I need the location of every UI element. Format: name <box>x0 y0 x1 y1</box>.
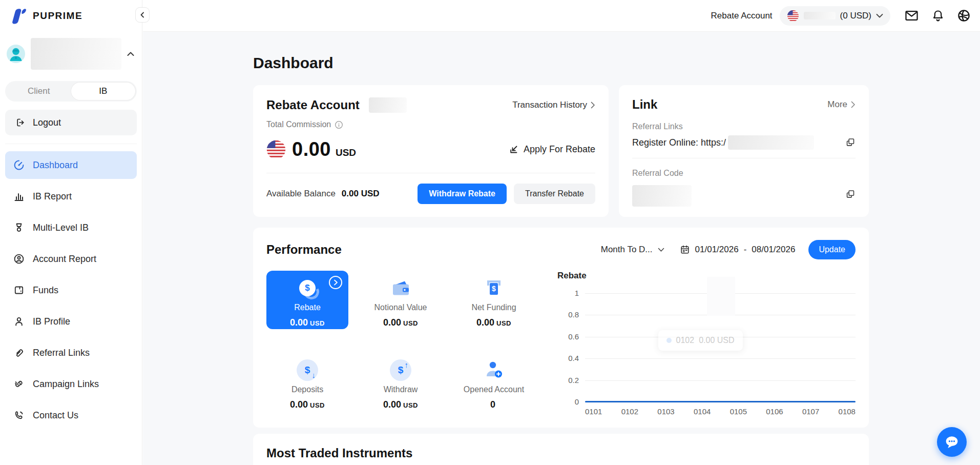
account-number-blurred <box>804 12 836 19</box>
sidebar-item-ib-report[interactable]: IB Report <box>5 183 137 210</box>
rebate-account-id-blurred <box>369 97 407 113</box>
withdraw-rebate-button[interactable]: Withdraw Rebate <box>418 184 507 204</box>
x-axis-labels: 0101 0102 0103 0104 0105 0106 0107 0108 <box>585 407 856 416</box>
us-flag-icon <box>266 140 286 159</box>
tile-withdraw[interactable]: $↑ Withdraw 0.00USD <box>360 353 442 411</box>
tile-value: 0.00 <box>383 399 401 410</box>
tile-net-funding[interactable]: $ Net Funding 0.00USD <box>453 271 535 329</box>
tile-notional-value[interactable]: Notional Value 0.00USD <box>360 271 442 329</box>
more-link[interactable]: More <box>827 99 856 110</box>
x-axis-tick: 0108 <box>839 407 856 416</box>
copy-referral-code-button[interactable] <box>845 189 856 199</box>
tile-label: Net Funding <box>471 303 516 312</box>
dollar-down-icon: $↓ <box>297 359 318 381</box>
gridline <box>585 358 856 359</box>
sidebar-collapse-button[interactable] <box>135 7 150 23</box>
tile-label: Withdraw <box>384 385 418 394</box>
y-axis-tick: 1 <box>554 289 579 297</box>
tile-rebate[interactable]: $ Rebate 0.00USD <box>266 271 348 329</box>
sidebar-item-referral-links[interactable]: Referral Links <box>5 339 137 367</box>
campaign-link-icon <box>13 378 25 390</box>
chevron-down-icon <box>658 248 664 252</box>
chart-line-series <box>585 401 856 402</box>
logout-button[interactable]: Logout <box>5 110 137 135</box>
copy-icon <box>845 137 856 148</box>
period-selector[interactable]: Month To D... <box>601 245 664 255</box>
tile-opened-account[interactable]: Opened Account 0 <box>453 353 535 411</box>
referral-code-blurred <box>632 185 692 207</box>
transaction-history-link[interactable]: Transaction History <box>512 100 595 110</box>
live-chat-button[interactable] <box>937 427 967 457</box>
transaction-history-label: Transaction History <box>512 100 587 110</box>
sidebar-item-contact-us[interactable]: Contact Us <box>5 401 137 429</box>
chevron-right-icon <box>591 102 595 109</box>
sidebar-item-funds[interactable]: Funds <box>5 276 137 304</box>
dashboard-icon <box>13 159 25 171</box>
dollar-up-icon: $↑ <box>390 359 411 381</box>
cash-deposit-icon: $ <box>483 276 505 300</box>
x-axis-tick: 0105 <box>730 407 747 416</box>
sidebar-item-account-report[interactable]: Account Report <box>5 245 137 273</box>
logout-label: Logout <box>33 117 61 128</box>
wallet-icon <box>13 285 25 296</box>
chevron-down-icon <box>876 13 883 18</box>
apply-for-rebate-link[interactable]: Apply For Rebate <box>509 144 595 155</box>
person-circle-icon <box>13 253 25 265</box>
copy-referral-link-button[interactable] <box>845 137 856 148</box>
tile-unit: USD <box>403 319 418 327</box>
period-selector-value: Month To D... <box>601 245 653 255</box>
tile-label: Rebate <box>294 303 321 312</box>
total-commission-currency: USD <box>336 147 356 158</box>
sidebar-item-label: Funds <box>33 285 58 296</box>
referral-link-blurred <box>728 135 814 150</box>
chart-tooltip: 0102 0.00 USD <box>658 330 743 351</box>
chat-bubble-icon <box>944 434 960 450</box>
toggle-ib[interactable]: IB <box>71 83 136 100</box>
globe-icon[interactable] <box>957 9 971 23</box>
bar-chart-icon <box>13 191 25 202</box>
toggle-client[interactable]: Client <box>7 83 71 100</box>
tooltip-x-label: 0102 <box>676 336 695 345</box>
puprime-logo-icon <box>10 7 28 25</box>
tile-value: 0.00 <box>476 317 494 328</box>
rebate-coin-icon: $ <box>299 280 316 296</box>
account-selector[interactable]: (0 USD) <box>780 6 890 26</box>
sidebar-item-label: IB Report <box>33 191 72 202</box>
most-traded-title: Most Traded Instruments <box>266 446 412 460</box>
chart-plot-area: 1 0.8 0.6 0.4 0.2 0 0102 0.00 USD <box>585 293 856 402</box>
calendar-icon <box>680 245 690 255</box>
sidebar-item-dashboard[interactable]: Dashboard <box>5 151 137 179</box>
profile-row[interactable] <box>0 32 142 72</box>
sidebar-item-label: IB Profile <box>33 316 70 327</box>
date-from: 01/01/2026 <box>695 245 739 255</box>
tile-arrow-icon[interactable] <box>329 276 342 289</box>
tile-value: 0 <box>490 399 495 410</box>
header-icons <box>905 9 971 23</box>
referral-code-label: Referral Code <box>632 169 856 178</box>
date-range-picker[interactable]: 01/01/2026 - 08/01/2026 <box>680 245 796 255</box>
x-axis-tick: 0102 <box>621 407 638 416</box>
bell-icon[interactable] <box>931 9 945 23</box>
sidebar-item-campaign-links[interactable]: Campaign Links <box>5 370 137 398</box>
copy-icon <box>845 189 856 199</box>
mail-icon[interactable] <box>905 9 919 23</box>
tile-label: Opened Account <box>464 385 524 394</box>
referral-links-label: Referral Links <box>632 122 856 131</box>
performance-card: Performance Month To D... 01/01/2026 - 0… <box>253 228 869 428</box>
transfer-rebate-button[interactable]: Transfer Rebate <box>514 184 595 204</box>
sidebar-item-ib-profile[interactable]: IB Profile <box>5 308 137 335</box>
info-icon[interactable] <box>335 120 343 129</box>
sidebar-item-label: Contact Us <box>33 410 78 421</box>
y-axis-tick: 0.6 <box>554 332 579 340</box>
x-axis-tick: 0107 <box>802 407 819 416</box>
update-button[interactable]: Update <box>808 240 856 259</box>
tile-label: Deposits <box>291 385 323 394</box>
available-balance-value: 0.00 USD <box>342 189 380 199</box>
tile-unit: USD <box>310 319 325 327</box>
sidebar-item-multi-level-ib[interactable]: Multi-Level IB <box>5 214 137 241</box>
tile-unit: USD <box>403 401 418 409</box>
performance-title: Performance <box>266 242 342 257</box>
tile-value: 0.00 <box>290 317 308 328</box>
total-commission-label: Total Commission <box>266 120 331 129</box>
tile-deposits[interactable]: $↓ Deposits 0.00USD <box>266 353 348 411</box>
